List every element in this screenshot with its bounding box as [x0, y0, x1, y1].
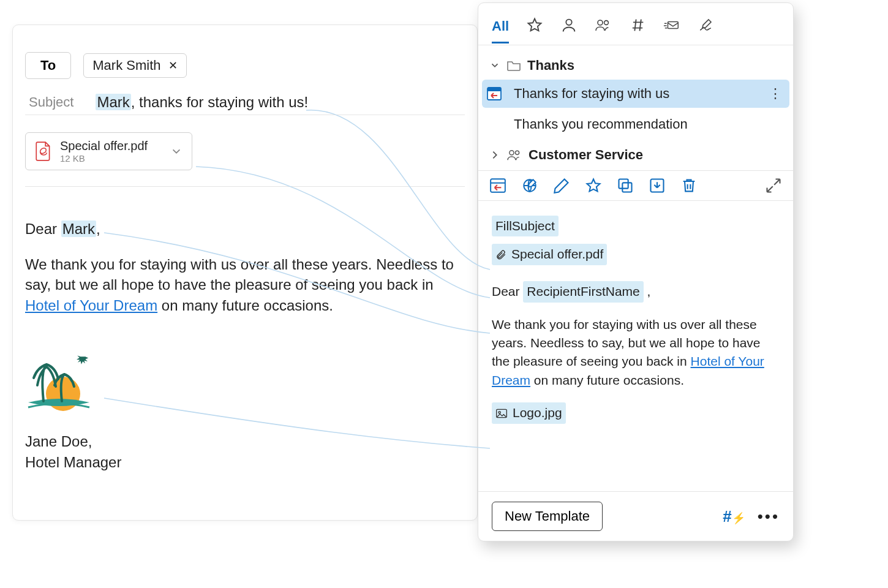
subject-row: Subject Mark, thanks for staying with us… [25, 94, 465, 111]
macro-fillsubject[interactable]: FillSubject [492, 216, 559, 236]
template-tree: Thanks Thanks for staying with us ⋮ Than… [478, 45, 793, 170]
template-greeting: Dear RecipientFirstName , [492, 281, 780, 302]
folder-thanks[interactable]: Thanks [488, 54, 783, 77]
template-paragraph: We thank you for staying with us over al… [492, 315, 780, 390]
insert-icon[interactable] [489, 177, 506, 194]
tab-personal[interactable] [560, 17, 578, 45]
hotel-link[interactable]: Hotel of Your Dream [25, 297, 157, 314]
people-icon [595, 17, 612, 37]
divider [25, 115, 465, 115]
greeting-line: Dear Mark, [25, 219, 465, 239]
chevron-down-icon[interactable] [171, 146, 182, 157]
favorite-icon[interactable] [585, 177, 602, 194]
pencil-signature-icon [698, 17, 715, 37]
svg-rect-4 [668, 21, 679, 28]
tab-team[interactable] [595, 17, 612, 45]
pdf-icon [36, 141, 51, 161]
svg-point-15 [499, 411, 500, 413]
import-icon[interactable] [649, 177, 666, 194]
divider [25, 186, 465, 187]
signature-logo [25, 352, 92, 413]
template-item-label: Thanks you recommendation [514, 116, 783, 132]
folder-label: Thanks [527, 58, 574, 74]
folder-customer-service[interactable]: Customer Service [488, 143, 783, 167]
template-preview: FillSubject Special offer.pdf Dear Recip… [478, 201, 793, 491]
new-template-button[interactable]: New Template [492, 502, 603, 531]
folder-icon [506, 59, 521, 72]
tab-edit[interactable] [698, 17, 715, 45]
recipient-name: Mark Smith [92, 58, 160, 74]
subject-input[interactable]: Mark, thanks for staying with us! [96, 94, 308, 111]
remove-recipient-icon[interactable]: ✕ [168, 59, 178, 72]
delete-icon[interactable] [680, 177, 698, 194]
star-icon [526, 17, 543, 37]
signature-name: Jane Doe, [25, 431, 465, 452]
shortcut-icon[interactable]: #⚡ [723, 507, 745, 526]
subject-macro-value: Mark [96, 94, 130, 110]
tab-mail[interactable] [663, 17, 680, 45]
copy-icon[interactable] [617, 177, 634, 194]
svg-rect-11 [622, 183, 631, 192]
panel-tabs: All [478, 3, 793, 45]
template-item-staying[interactable]: Thanks for staying with us ⋮ [482, 80, 789, 108]
mail-fast-icon [663, 17, 680, 37]
expand-icon[interactable] [765, 177, 782, 194]
hash-icon [629, 17, 646, 37]
tab-shortcuts[interactable] [629, 17, 646, 45]
svg-point-8 [515, 151, 519, 154]
svg-point-2 [598, 20, 603, 25]
attachment-chip[interactable]: Special offer.pdf 12 KB [25, 132, 192, 170]
person-icon [560, 17, 578, 37]
body-paragraph: We thank you for staying with us over al… [25, 254, 465, 316]
svg-rect-12 [619, 179, 628, 189]
template-toolbar [478, 170, 793, 201]
tab-all[interactable]: All [492, 18, 509, 43]
image-icon [495, 408, 508, 419]
template-attachment[interactable]: Special offer.pdf [492, 244, 607, 265]
attachment-size: 12 KB [60, 153, 148, 164]
edit-html-icon[interactable] [521, 177, 538, 194]
svg-rect-9 [491, 179, 505, 192]
to-button[interactable]: To [25, 52, 71, 79]
to-row: To Mark Smith ✕ [25, 52, 465, 79]
edit-icon[interactable] [553, 177, 570, 194]
templates-panel: All Thanks Thanks for staying with us ⋮ … [478, 2, 794, 541]
svg-point-7 [510, 151, 514, 155]
template-item-label: Thanks for staying with us [514, 86, 758, 102]
chevron-down-icon [489, 60, 500, 71]
signature-title: Hotel Manager [25, 452, 465, 473]
insert-template-icon [486, 86, 502, 101]
svg-point-1 [566, 20, 571, 25]
folder-label: Customer Service [529, 147, 643, 163]
svg-rect-6 [487, 88, 501, 91]
greeting-name: Mark [61, 221, 96, 237]
chevron-right-icon [489, 149, 500, 160]
template-item-recommendation[interactable]: Thanks you recommendation [482, 110, 789, 138]
paperclip-icon [495, 249, 506, 260]
tab-favorites[interactable] [526, 17, 543, 45]
email-body[interactable]: Dear Mark, We thank you for staying with… [25, 219, 465, 472]
macro-recipient-first-name[interactable]: RecipientFirstName [523, 281, 643, 302]
attachment-name: Special offer.pdf [60, 139, 148, 153]
compose-window: To Mark Smith ✕ Subject Mark, thanks for… [12, 24, 478, 521]
template-image[interactable]: Logo.jpg [492, 402, 566, 423]
recipient-chip[interactable]: Mark Smith ✕ [83, 53, 186, 78]
people-icon [506, 149, 522, 161]
panel-footer: New Template #⚡ ••• [478, 491, 793, 541]
more-icon[interactable]: ⋮ [769, 86, 783, 102]
subject-label: Subject [29, 94, 73, 110]
more-icon[interactable]: ••• [758, 507, 780, 526]
svg-point-3 [604, 21, 609, 25]
